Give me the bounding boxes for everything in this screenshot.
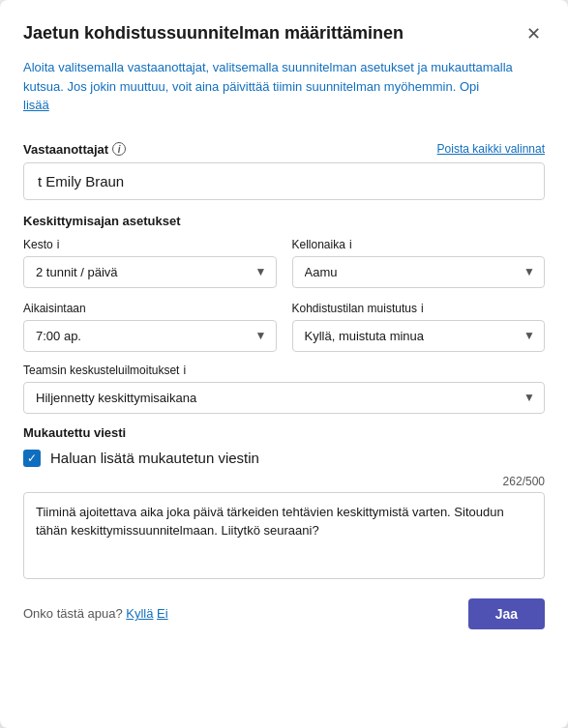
- help-no-link[interactable]: Ei: [157, 606, 168, 621]
- custom-message-checkbox[interactable]: ✓: [23, 450, 41, 467]
- footer-buttons: Jaa: [468, 598, 545, 629]
- focus-settings-grid: Kesto i 2 tunnit / päivä ▼ Kellonaika i …: [23, 238, 545, 352]
- message-textarea[interactable]: Tiiminä ajoitettava aika joka päivä tärk…: [23, 492, 545, 579]
- time-of-day-select[interactable]: Aamu: [292, 256, 546, 288]
- earliest-label: Aikaisintaan: [23, 302, 277, 315]
- time-of-day-label: Kellonaika i: [292, 238, 546, 251]
- help-yes-link[interactable]: Kyllä: [126, 606, 153, 621]
- remove-all-link[interactable]: Poista kaikki valinnat: [437, 142, 545, 156]
- custom-message-checkbox-row: ✓ Haluan lisätä mukautetun viestin: [23, 450, 545, 467]
- dialog-title: Jaetun kohdistussuunnitelman määrittämin…: [23, 23, 523, 44]
- dialog-footer: Onko tästä apua? Kyllä Ei Jaa: [23, 598, 545, 629]
- reminder-label: Kohdistustilan muistutus i: [292, 302, 546, 315]
- custom-message-title: Mukautettu viesti: [23, 425, 545, 440]
- close-button[interactable]: ✕: [523, 23, 545, 44]
- duration-info-icon[interactable]: i: [57, 238, 60, 251]
- focus-section-title: Keskittymisajan asetukset: [23, 214, 545, 228]
- duration-select[interactable]: 2 tunnit / päivä: [23, 256, 277, 288]
- teams-label: Teamsin keskusteluilmoitukset i: [23, 364, 545, 377]
- checkmark-icon: ✓: [27, 451, 37, 465]
- custom-message-checkbox-label: Haluan lisätä mukautetun viestin: [50, 450, 259, 466]
- teams-select-wrapper: Hiljennetty keskittymisaikana ▼: [23, 382, 545, 414]
- teams-info-icon[interactable]: i: [183, 364, 186, 377]
- teams-select[interactable]: Hiljennetty keskittymisaikana: [23, 382, 545, 414]
- time-of-day-select-wrapper: Aamu ▼: [292, 256, 546, 288]
- recipients-input[interactable]: [23, 162, 545, 200]
- reminder-select[interactable]: Kyllä, muistuta minua: [292, 320, 546, 352]
- message-textarea-wrapper: Tiiminä ajoitettava aika joka päivä tärk…: [23, 492, 545, 583]
- duration-select-wrapper: 2 tunnit / päivä ▼: [23, 256, 277, 288]
- intro-text: Aloita valitsemalla vastaanottajat, vali…: [23, 58, 545, 115]
- earliest-field: Aikaisintaan 7:00 ap. ▼: [23, 302, 277, 352]
- intro-link[interactable]: lisää: [23, 98, 49, 112]
- duration-label: Kesto i: [23, 238, 277, 251]
- reminder-select-wrapper: Kyllä, muistuta minua ▼: [292, 320, 546, 352]
- time-info-icon[interactable]: i: [349, 238, 352, 251]
- recipients-row: Vastaanottajat i Poista kaikki valinnat: [23, 142, 545, 157]
- reminder-field: Kohdistustilan muistutus i Kyllä, muistu…: [292, 302, 546, 352]
- teams-field: Teamsin keskusteluilmoitukset i Hiljenne…: [23, 364, 545, 414]
- message-count: 262/500: [23, 475, 545, 488]
- share-button[interactable]: Jaa: [468, 598, 545, 629]
- reminder-info-icon[interactable]: i: [421, 302, 424, 315]
- footer-help: Onko tästä apua? Kyllä Ei: [23, 606, 168, 621]
- intro-body: Aloita valitsemalla vastaanottajat, vali…: [23, 60, 513, 94]
- time-of-day-field: Kellonaika i Aamu ▼: [292, 238, 546, 288]
- earliest-select-wrapper: 7:00 ap. ▼: [23, 320, 277, 352]
- duration-field: Kesto i 2 tunnit / päivä ▼: [23, 238, 277, 288]
- recipients-info-icon[interactable]: i: [112, 142, 126, 156]
- dialog-header: Jaetun kohdistussuunnitelman määrittämin…: [23, 23, 545, 44]
- dialog: Jaetun kohdistussuunnitelman määrittämin…: [0, 0, 568, 728]
- earliest-select[interactable]: 7:00 ap.: [23, 320, 277, 352]
- recipients-label: Vastaanottajat i: [23, 142, 126, 157]
